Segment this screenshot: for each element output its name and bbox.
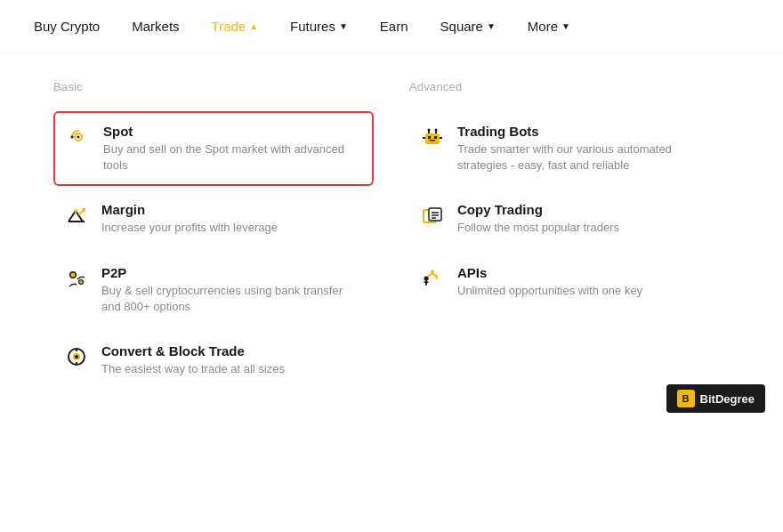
spot-desc: Buy and sell on the Spot market with adv… [103, 141, 361, 173]
svg-rect-17 [428, 136, 431, 139]
apis-desc: Unlimited opportunities with one key [457, 283, 642, 299]
copy-trading-desc: Follow the most popular traders [457, 220, 619, 236]
copy-trading-title: Copy Trading [457, 202, 619, 217]
copy-trading-icon [420, 203, 445, 228]
convert-icon [64, 344, 89, 369]
p2p-title: P2P [101, 265, 363, 280]
convert-title: Convert & Block Trade [101, 343, 285, 359]
trade-dropdown: Basic Spot Buy and sell on the Spot mark… [0, 53, 783, 429]
advanced-column-title: Advanced [409, 80, 730, 93]
svg-point-2 [77, 136, 80, 139]
svg-rect-27 [429, 208, 441, 221]
p2p-menu-item[interactable]: P2P Buy & sell cryptocurrencies using ba… [53, 253, 374, 327]
nav-trade[interactable]: Trade ▲ [196, 0, 275, 53]
svg-line-6 [79, 209, 85, 214]
bitdegree-label: BitDegree [700, 392, 755, 406]
spot-icon [66, 125, 91, 149]
basic-column-title: Basic [53, 80, 374, 93]
svg-point-32 [431, 270, 434, 273]
trading-bots-menu-item[interactable]: Trading Bots Trade smarter with our vari… [409, 111, 730, 186]
svg-rect-18 [434, 136, 437, 139]
nav-square[interactable]: Square ▼ [424, 0, 512, 53]
futures-chevron-icon: ▼ [339, 21, 348, 31]
trading-bots-icon [420, 125, 445, 149]
convert-menu-item[interactable]: Convert & Block Trade The easiest way to… [53, 331, 374, 390]
margin-title: Margin [101, 202, 278, 217]
bitdegree-icon: B [677, 390, 695, 407]
apis-menu-item[interactable]: APIs Unlimited opportunities with one ke… [409, 253, 730, 311]
trade-chevron-icon: ▲ [249, 21, 258, 31]
nav-markets[interactable]: Markets [116, 0, 195, 53]
trading-bots-title: Trading Bots [457, 124, 719, 139]
svg-point-23 [435, 129, 438, 132]
spot-menu-item[interactable]: Spot Buy and sell on the Spot market wit… [53, 111, 374, 186]
apis-icon [420, 266, 445, 291]
nav-earn[interactable]: Earn [364, 0, 424, 53]
svg-point-3 [71, 136, 74, 139]
margin-icon [64, 203, 89, 228]
svg-point-8 [71, 272, 76, 277]
bitdegree-badge[interactable]: B BitDegree [666, 384, 765, 413]
square-chevron-icon: ▼ [487, 21, 496, 31]
trading-bots-desc: Trade smarter with our various automated… [457, 141, 719, 173]
convert-desc: The easiest way to trade at all sizes [101, 361, 285, 377]
svg-point-13 [75, 355, 78, 359]
svg-point-10 [79, 280, 83, 284]
margin-desc: Increase your profits with leverage [101, 220, 278, 236]
svg-rect-19 [430, 140, 435, 141]
page-wrapper: Buy Crypto Markets Trade ▲ Futures ▼ Ear… [0, 0, 783, 429]
apis-title: APIs [457, 265, 642, 280]
svg-rect-16 [425, 133, 440, 144]
nav-buy-crypto[interactable]: Buy Crypto [18, 0, 116, 53]
svg-point-22 [428, 129, 431, 132]
basic-column: Basic Spot Buy and sell on the Spot mark… [36, 80, 392, 393]
p2p-icon [64, 266, 89, 291]
margin-menu-item[interactable]: Margin Increase your profits with levera… [53, 189, 374, 248]
navbar: Buy Crypto Markets Trade ▲ Futures ▼ Ear… [0, 0, 783, 53]
spot-title: Spot [103, 124, 361, 139]
p2p-desc: Buy & sell cryptocurrencies using bank t… [101, 283, 363, 315]
more-chevron-icon: ▼ [561, 21, 570, 31]
advanced-column: Advanced [392, 80, 747, 393]
nav-more[interactable]: More ▼ [512, 0, 586, 53]
nav-futures[interactable]: Futures ▼ [274, 0, 364, 53]
copy-trading-menu-item[interactable]: Copy Trading Follow the most popular tra… [409, 189, 730, 248]
svg-point-5 [74, 209, 77, 213]
